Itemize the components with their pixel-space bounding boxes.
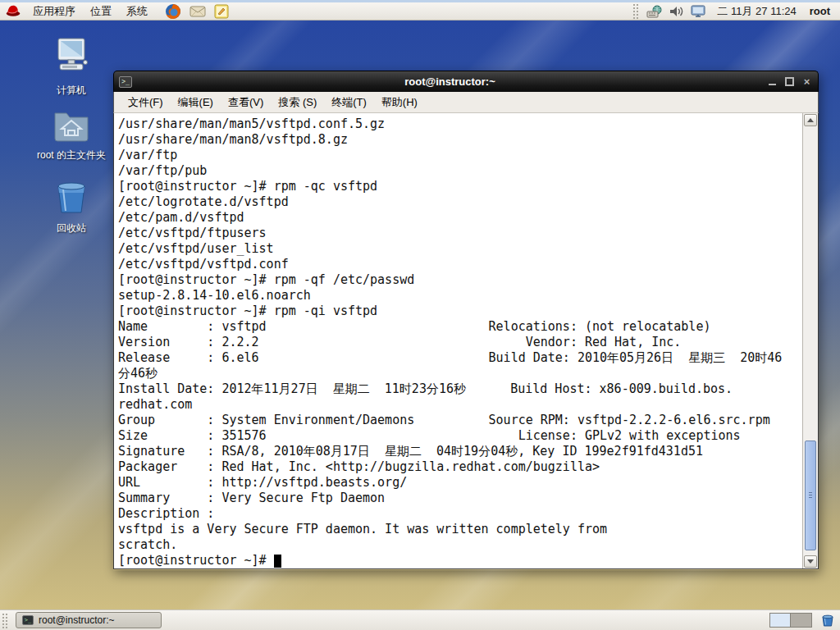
- taskbar-trash-icon[interactable]: [820, 613, 835, 628]
- menu-help[interactable]: 帮助(H): [374, 92, 425, 112]
- menu-applications[interactable]: 应用程序: [25, 2, 83, 20]
- desktop-icon-home-folder[interactable]: root 的主文件夹: [18, 107, 125, 162]
- user-switcher[interactable]: root: [805, 5, 840, 17]
- bottom-panel: >_ root@instructor:~: [0, 609, 840, 630]
- terminal-window-icon: >_: [119, 76, 132, 88]
- menu-search[interactable]: 搜索 (S): [271, 92, 324, 112]
- menu-view[interactable]: 查看(V): [221, 92, 271, 112]
- terminal-cursor: [274, 555, 281, 568]
- terminal-window: >_ root@instructor:~ × 文件(F) 编辑(E) 查看(V)…: [113, 71, 819, 570]
- menu-file[interactable]: 文件(F): [121, 92, 171, 112]
- maximize-button[interactable]: [785, 77, 794, 86]
- workspace-2[interactable]: [791, 614, 811, 627]
- workspace-1[interactable]: [770, 614, 791, 627]
- menu-edit[interactable]: 编辑(E): [171, 92, 221, 112]
- terminal-output-lines: /usr/share/man/man5/vsftpd.conf.5.gz /us…: [118, 116, 802, 553]
- screen: 计算机 root 的主文件夹: [0, 0, 840, 630]
- input-method-icon[interactable]: [646, 5, 663, 18]
- desktop-icon-computer[interactable]: 计算机: [18, 37, 125, 98]
- terminal-prompt: [root@instructor ~]#: [118, 553, 274, 568]
- taskbar-grip[interactable]: [2, 613, 9, 628]
- close-button[interactable]: ×: [802, 77, 811, 86]
- scroll-up-button[interactable]: [804, 114, 817, 126]
- terminal-scrollbar[interactable]: [802, 113, 818, 568]
- notes-launcher-icon[interactable]: [214, 4, 229, 19]
- menu-terminal[interactable]: 终端(T): [324, 92, 374, 112]
- minimize-button[interactable]: [768, 77, 777, 86]
- workspace-switcher: [769, 613, 812, 628]
- menu-places[interactable]: 位置: [83, 2, 119, 20]
- scroll-down-button[interactable]: [804, 555, 817, 568]
- computer-icon: [50, 37, 93, 81]
- window-titlebar[interactable]: >_ root@instructor:~ ×: [113, 71, 819, 92]
- email-launcher-icon[interactable]: [189, 5, 206, 18]
- clock[interactable]: 二 11月 27 11:24: [709, 4, 804, 19]
- scrollbar-thumb[interactable]: [805, 441, 816, 550]
- desktop-icon-label: 回收站: [57, 221, 86, 235]
- terminal-menubar: 文件(F) 编辑(E) 查看(V) 搜索 (S) 终端(T) 帮助(H): [113, 92, 819, 113]
- home-folder-icon: [51, 107, 92, 146]
- trash-icon: [52, 178, 91, 219]
- terminal-task-icon: >_: [22, 615, 34, 625]
- desktop-wallpaper: 计算机 root 的主文件夹: [0, 21, 840, 609]
- desktop-icon-label: 计算机: [57, 84, 86, 98]
- terminal-prompt-line: [root@instructor ~]#: [118, 553, 802, 568]
- terminal-content[interactable]: /usr/share/man/man5/vsftpd.conf.5.gz /us…: [113, 113, 819, 569]
- window-title: root@instructor:~: [132, 75, 768, 88]
- desktop-icon-trash[interactable]: 回收站: [18, 178, 125, 235]
- redhat-menu-icon[interactable]: [5, 4, 21, 19]
- task-button-terminal[interactable]: >_ root@instructor:~: [16, 612, 162, 628]
- task-button-label: root@instructor:~: [39, 614, 115, 626]
- panel-grip[interactable]: [632, 3, 640, 19]
- top-panel: 应用程序 位置 系统: [0, 0, 840, 21]
- display-icon[interactable]: [691, 5, 705, 18]
- volume-icon[interactable]: [669, 5, 684, 18]
- menu-system[interactable]: 系统: [119, 2, 155, 20]
- desktop-icon-label: root 的主文件夹: [37, 148, 106, 162]
- terminal-output: /usr/share/man/man5/vsftpd.conf.5.gz /us…: [114, 113, 802, 568]
- firefox-launcher-icon[interactable]: [165, 3, 181, 20]
